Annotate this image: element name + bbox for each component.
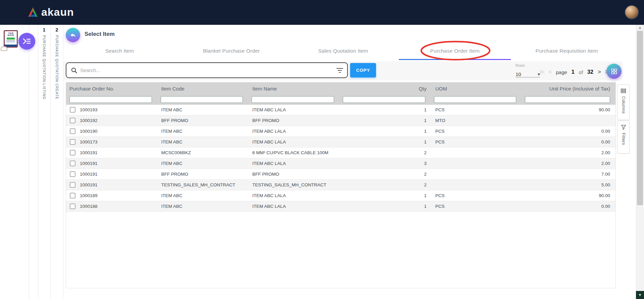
table-row[interactable]: 1000188 ITEM ABC ITEM ABC LALA 1 PCS 0.0… [66,201,615,212]
cell-qty: 1 [339,193,431,198]
table-row[interactable]: 1000189 ITEM ABC ITEM ABC LALA 1 PCS 90.… [66,190,615,201]
quote-app-icon[interactable]: YOUR QUOTE [2,30,19,50]
filter-input-uom[interactable] [434,96,517,103]
column-header-uom[interactable]: UOM [431,86,522,92]
po-number-text: 1000191 [80,150,98,155]
column-header-unit-price[interactable]: Unit Price (Inclusive of Tax) [522,86,615,92]
column-header-item-code[interactable]: Item Code [157,86,249,92]
tab-search-item[interactable]: Search Item [64,43,175,60]
columns-button-label: Columns [621,96,626,114]
row-checkbox[interactable] [70,203,75,209]
filter-input-item-code[interactable] [161,96,243,103]
rows-per-page-value: 10 [516,71,521,77]
cell-item-name: BFF PROMO [248,172,339,177]
cell-item-code: BFF PROMO [157,118,249,123]
sidebar-toggle-icon [22,38,31,45]
grid-icon [611,68,618,75]
cell-unit-price: 0.00 [522,129,615,134]
tab-blanket-purchase-order[interactable]: Blanket Purchase Order [175,43,287,60]
vertical-tab-purchase-quotation-listing[interactable]: 1 PURCHASE QUOTATION LISTING [38,25,50,299]
sidebar-toggle-button[interactable] [18,33,35,50]
table-row[interactable]: 1000193 ITEM ABC ITEM ABC LALA 1 PCS 90.… [66,105,615,115]
filters-button[interactable]: Filters [617,121,630,154]
cell-qty: 1 [339,204,431,209]
quote-green-bar [7,38,15,40]
table-row[interactable]: 1000191 MCSC006BKZ 6 MM² CU/PVC BLACK CA… [66,147,615,158]
table-row[interactable]: 1000191 ITEM ABC ITEM ABC LALA 3 2.00 [66,158,615,169]
search-icon [71,67,77,73]
quote-bottom-bar [5,45,17,47]
column-header-qty[interactable]: Qty [339,86,431,92]
rows-per-page-select[interactable]: 10 ▼ [516,69,540,77]
cell-unit-price: 0.00 [522,139,615,144]
next-page-button[interactable]: > [598,69,601,75]
table-row[interactable]: 1000192 BFF PROMO BFF PROMO 1 MTO [66,115,615,126]
cell-uom: MTO [431,118,522,123]
filter-input-purchase-order-no[interactable] [69,96,152,103]
table-row[interactable]: 1000191 TESTING_SALES_MH_CONTRACT TESTIN… [66,180,615,190]
row-checkbox[interactable] [70,193,75,198]
cell-item-name: ITEM ABC LALA [248,161,339,166]
back-button[interactable] [66,28,80,42]
user-avatar[interactable] [625,5,639,19]
row-checkbox[interactable] [70,171,75,177]
column-header-item-name[interactable]: Item Name [248,86,339,92]
tab-sales-quotation-item[interactable]: Sales Quotation Item [287,43,399,60]
cell-qty: 1 [339,139,431,144]
row-checkbox[interactable] [70,118,75,123]
filter-input-qty[interactable] [343,96,425,103]
akaun-logo: akaun [28,6,74,18]
cell-uom: PCS [431,129,522,134]
po-number-text: 1000189 [80,193,98,198]
row-checkbox[interactable] [70,128,75,134]
top-navbar: akaun [0,0,644,25]
cell-item-code: ITEM ABC [157,204,249,209]
cell-unit-price: 5.00 [522,182,615,187]
copy-button[interactable]: COPY [350,63,376,77]
po-number-text: 1000188 [80,204,98,209]
search-box [66,62,348,78]
po-number-text: 1000190 [80,129,98,134]
table-toolbar: COPY Rows 10 ▼ |< < page 1 of 32 > >| [64,61,623,80]
first-page-button[interactable]: |< [540,69,544,75]
page-word: page [556,69,567,75]
cell-item-name: ITEM ABC LALA [248,129,339,134]
filter-input-unit-price[interactable] [525,96,610,103]
cell-unit-price: 90.00 [522,107,615,112]
tab-purchase-order-item[interactable]: Purchase Order Item [399,43,511,60]
table-row[interactable]: 1000173 ITEM ABC ITEM ABC LALA 1 PCS 0.0… [66,137,615,147]
column-filter-row [66,95,615,105]
po-number-text: 1000192 [80,118,98,123]
table-body: 1000193 ITEM ABC ITEM ABC LALA 1 PCS 90.… [66,105,615,212]
columns-button[interactable]: Columns [617,84,630,120]
brand-name: akaun [41,6,74,18]
grid-view-button[interactable] [606,64,622,79]
vertical-tab-purchase-quotation-create[interactable]: 2 PURCHASE QUOTATION CREATE [51,25,63,299]
quote-app-title: YOUR QUOTE [5,32,17,37]
cell-qty: 1 [339,129,431,134]
row-checkbox[interactable] [70,161,75,166]
column-header-purchase-order-no[interactable]: Purchase Order No. [66,86,157,92]
row-checkbox[interactable] [70,150,75,156]
purchase-order-items-table: Purchase Order No. Item Code Item Name Q… [66,82,616,288]
table-row[interactable]: 1000190 ITEM ABC ITEM ABC LALA 1 PCS 0.0… [66,126,615,137]
table-row[interactable]: 1000191 BFF PROMO BFF PROMO 2 7.00 [66,169,615,180]
vertical-tab-number: 2 [51,27,63,33]
cell-purchase-order-no: 1000173 [66,139,157,145]
page-scrollbar-thumb[interactable] [637,31,643,205]
filter-input-item-name[interactable] [252,96,334,103]
cell-item-name: ITEM ABC LALA [248,204,339,209]
row-checkbox[interactable] [70,107,75,113]
scroll-up-arrow[interactable]: ▲ [636,26,644,29]
cell-item-code: ITEM ABC [157,139,249,144]
filter-list-icon[interactable] [336,68,343,73]
row-checkbox[interactable] [70,182,75,188]
row-checkbox[interactable] [70,139,75,145]
tab-purchase-requisition-item[interactable]: Purchase Requisition Item [511,43,623,60]
prev-page-button[interactable]: < [548,69,551,75]
scroll-down-button[interactable]: ▼ [636,291,644,299]
po-number-text: 1000191 [80,161,98,166]
akaun-triangle-icon [28,7,38,18]
cell-item-code: TESTING_SALES_MH_CONTRACT [157,182,249,187]
search-input[interactable] [80,67,336,73]
